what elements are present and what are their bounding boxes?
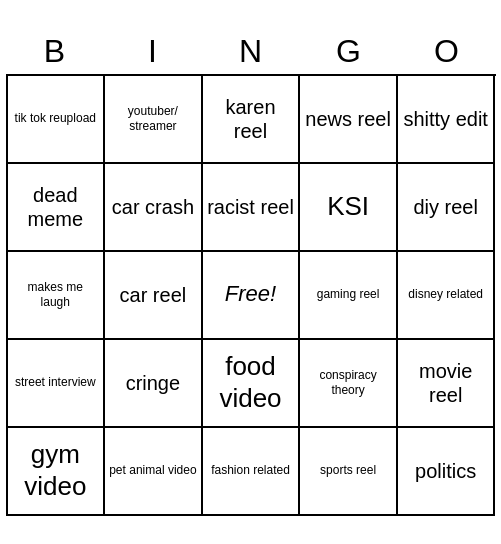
cell-2[interactable]: karen reel — [203, 76, 301, 164]
bingo-card: B I N G O tik tok reupload youtuber/ str… — [6, 29, 496, 516]
cell-10[interactable]: makes me laugh — [8, 252, 106, 340]
header-g: G — [300, 29, 398, 74]
cell-19[interactable]: movie reel — [398, 340, 496, 428]
cell-22[interactable]: fashion related — [203, 428, 301, 516]
cell-14[interactable]: disney related — [398, 252, 496, 340]
cell-8[interactable]: KSI — [300, 164, 398, 252]
cell-16[interactable]: cringe — [105, 340, 203, 428]
cell-11[interactable]: car reel — [105, 252, 203, 340]
header-b: B — [6, 29, 104, 74]
cell-7[interactable]: racist reel — [203, 164, 301, 252]
cell-24[interactable]: politics — [398, 428, 496, 516]
cell-17[interactable]: food video — [203, 340, 301, 428]
bingo-grid: tik tok reupload youtuber/ streamer kare… — [6, 74, 496, 516]
cell-0[interactable]: tik tok reupload — [8, 76, 106, 164]
header-n: N — [202, 29, 300, 74]
cell-18[interactable]: conspiracy theory — [300, 340, 398, 428]
cell-21[interactable]: pet animal video — [105, 428, 203, 516]
cell-4[interactable]: shitty edit — [398, 76, 496, 164]
cell-1[interactable]: youtuber/ streamer — [105, 76, 203, 164]
cell-12-free[interactable]: Free! — [203, 252, 301, 340]
cell-23[interactable]: sports reel — [300, 428, 398, 516]
cell-20[interactable]: gym video — [8, 428, 106, 516]
cell-6[interactable]: car crash — [105, 164, 203, 252]
cell-9[interactable]: diy reel — [398, 164, 496, 252]
cell-5[interactable]: dead meme — [8, 164, 106, 252]
cell-3[interactable]: news reel — [300, 76, 398, 164]
bingo-header: B I N G O — [6, 29, 496, 74]
header-o: O — [398, 29, 496, 74]
header-i: I — [104, 29, 202, 74]
cell-13[interactable]: gaming reel — [300, 252, 398, 340]
cell-15[interactable]: street interview — [8, 340, 106, 428]
